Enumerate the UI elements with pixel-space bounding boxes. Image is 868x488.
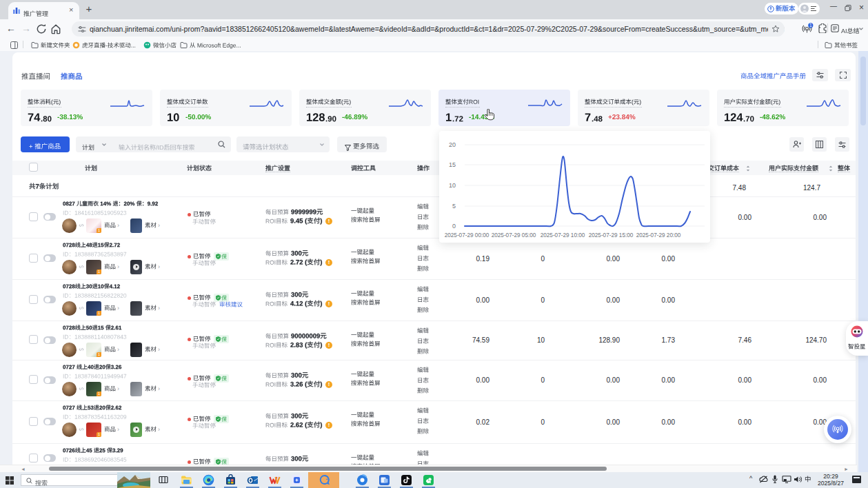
svg-text:20: 20 [449,141,456,148]
svg-text:2025-07-29 00:00: 2025-07-29 00:00 [445,232,489,238]
svg-text:1: 1 [809,23,812,28]
svg-text:15: 15 [449,161,456,168]
svg-text:2025-07-29 20:00: 2025-07-29 20:00 [636,232,681,238]
svg-text:2025-07-29 05:00: 2025-07-29 05:00 [492,232,536,238]
svg-text:2025-07-29 15:00: 2025-07-29 15:00 [589,232,634,238]
svg-text:5: 5 [452,203,456,210]
svg-text:2025-07-29 10:00: 2025-07-29 10:00 [541,232,585,238]
svg-text:0: 0 [452,223,456,230]
svg-text:10: 10 [449,182,456,189]
